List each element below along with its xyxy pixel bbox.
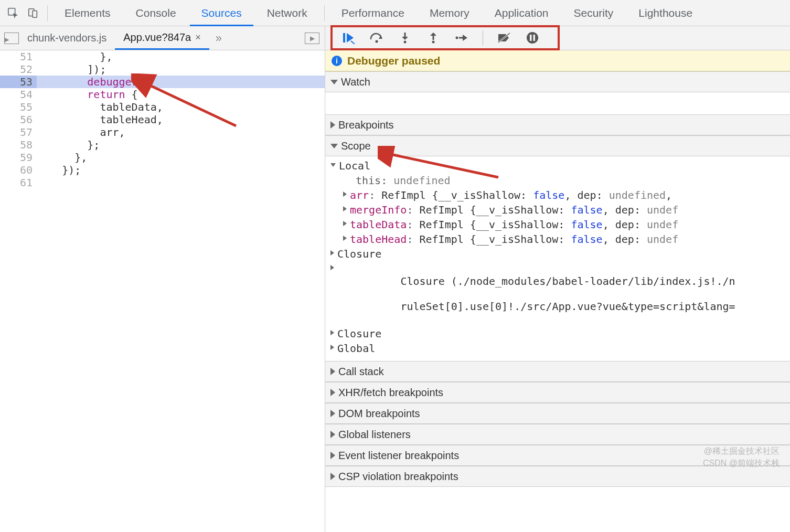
section-label: Event listener breakpoints <box>338 450 459 462</box>
section-watch[interactable]: Watch <box>325 71 790 92</box>
scope-variable[interactable]: arr: RefImpl {__v_isShallow: false, dep:… <box>325 188 790 203</box>
tab-memory[interactable]: Memory <box>418 0 481 26</box>
tab-lighthouse[interactable]: Lighthouse <box>627 0 704 26</box>
scope-variable[interactable]: tableData: RefImpl {__v_isShallow: false… <box>325 217 790 232</box>
scope-body: Local this: undefined arr: RefImpl {__v_… <box>325 156 790 361</box>
section-dom[interactable]: DOM breakpoints <box>325 403 790 424</box>
scope-local[interactable]: Local <box>325 158 790 173</box>
scope-closure-path[interactable]: Closure (./node_modules/babel-loader/lib… <box>325 261 790 326</box>
code-line[interactable]: 54 return { <box>0 88 325 101</box>
svg-point-4 <box>376 40 378 42</box>
section-label: XHR/fetch breakpoints <box>338 387 443 399</box>
svg-rect-3 <box>343 33 345 42</box>
watermark-line: CSDN @前端技术栈 <box>703 457 780 469</box>
chevron-down-icon <box>330 163 336 167</box>
chevron-right-icon <box>330 265 334 270</box>
line-number: 55 <box>0 101 37 113</box>
file-tab-row: ▶ chunk-vendors.js App.vue?847a × » ▶ <box>0 26 790 50</box>
section-label: Global listeners <box>338 429 411 441</box>
tab-sources[interactable]: Sources <box>190 0 253 26</box>
pause-on-exceptions-button[interactable] <box>525 30 540 45</box>
chevron-right-icon <box>343 191 347 197</box>
scope-this[interactable]: this: undefined <box>325 173 790 188</box>
step-into-button[interactable] <box>398 30 412 45</box>
code-content: }, <box>37 151 87 164</box>
chevron-right-icon <box>330 410 335 417</box>
tab-console[interactable]: Console <box>124 0 188 26</box>
closure-path2: ruleSet[0].use[0]!./src/App.vue?vue&type… <box>400 300 735 313</box>
close-icon[interactable]: × <box>195 32 201 43</box>
scope-closure[interactable]: Closure <box>325 247 790 261</box>
code-line[interactable]: 57 arr, <box>0 126 325 139</box>
tab-performance[interactable]: Performance <box>330 0 416 26</box>
inspect-element-icon[interactable] <box>4 4 22 22</box>
section-callstack[interactable]: Call stack <box>325 361 790 382</box>
main-split: 51 },52 ]);53 debugger;54 return {55 tab… <box>0 50 790 532</box>
code-content: }, <box>37 50 113 63</box>
section-scope[interactable]: Scope <box>325 135 790 156</box>
var-name: arr <box>350 189 369 201</box>
scope-variable[interactable]: mergeInfo: RefImpl {__v_isShallow: false… <box>325 203 790 217</box>
code-content: }; <box>37 139 100 151</box>
chevron-right-icon <box>330 452 335 459</box>
code-content: ]); <box>37 63 106 76</box>
code-content: tableData, <box>37 101 163 113</box>
var-name: tableHead <box>350 233 407 246</box>
svg-point-9 <box>456 36 458 39</box>
chevron-right-icon <box>343 206 347 211</box>
section-xhr[interactable]: XHR/fetch breakpoints <box>325 382 790 403</box>
step-button[interactable] <box>454 30 469 45</box>
file-tab-app-vue[interactable]: App.vue?847a × <box>115 26 209 50</box>
code-line[interactable]: 56 tableHead, <box>0 113 325 126</box>
chevron-down-icon <box>330 144 338 148</box>
debugger-sidebar-toggle-icon[interactable]: ▶ <box>305 33 319 44</box>
var-name: mergeInfo <box>350 204 407 216</box>
tab-elements[interactable]: Elements <box>53 0 122 26</box>
section-breakpoints[interactable]: Breakpoints <box>325 114 790 135</box>
section-csp[interactable]: CSP violation breakpoints <box>325 466 790 487</box>
scope-global[interactable]: Global <box>325 341 790 356</box>
code-content: }); <box>37 164 81 176</box>
watermark-line: @稀土掘金技术社区 <box>703 445 780 457</box>
line-number: 59 <box>0 151 37 164</box>
code-line[interactable]: 53 debugger; <box>0 76 325 88</box>
scope-variable[interactable]: tableHead: RefImpl {__v_isShallow: false… <box>325 232 790 247</box>
more-tabs-icon[interactable]: » <box>209 31 228 45</box>
section-label: CSP violation breakpoints <box>338 471 458 483</box>
code-line[interactable]: 61 <box>0 176 325 189</box>
line-number: 61 <box>0 176 37 189</box>
deactivate-breakpoints-button[interactable] <box>497 30 511 45</box>
file-tab-vendors[interactable]: chunk-vendors.js <box>19 26 115 50</box>
tab-security[interactable]: Security <box>562 0 625 26</box>
code-content: debugger; <box>37 76 144 88</box>
debugger-controls <box>330 25 560 50</box>
code-line[interactable]: 58 }; <box>0 139 325 151</box>
scope-closure[interactable]: Closure <box>325 326 790 341</box>
code-line[interactable]: 52 ]); <box>0 63 325 76</box>
code-line[interactable]: 55 tableData, <box>0 101 325 113</box>
svg-point-13 <box>527 32 538 44</box>
code-editor[interactable]: 51 },52 ]);53 debugger;54 return {55 tab… <box>0 50 325 532</box>
section-label: Call stack <box>338 366 384 378</box>
device-toggle-icon[interactable] <box>24 4 42 22</box>
step-out-button[interactable] <box>426 30 441 45</box>
global-label: Global <box>337 342 375 355</box>
resume-button[interactable] <box>341 30 356 45</box>
chevron-right-icon <box>330 389 335 396</box>
var-label: this <box>356 174 381 187</box>
tab-network[interactable]: Network <box>255 0 319 26</box>
code-line[interactable]: 60 }); <box>0 164 325 176</box>
code-line[interactable]: 51 }, <box>0 50 325 63</box>
var-name: tableData <box>350 218 407 231</box>
step-over-button[interactable] <box>369 30 384 45</box>
navigator-toggle-icon[interactable]: ▶ <box>4 33 19 44</box>
chevron-right-icon <box>330 431 335 438</box>
chevron-down-icon <box>330 80 338 84</box>
chevron-right-icon <box>330 368 335 375</box>
svg-rect-2 <box>33 10 37 17</box>
section-global-listeners[interactable]: Global listeners <box>325 424 790 445</box>
watch-body <box>325 92 790 114</box>
tab-application[interactable]: Application <box>483 0 560 26</box>
code-line[interactable]: 59 }, <box>0 151 325 164</box>
line-number: 54 <box>0 88 37 101</box>
